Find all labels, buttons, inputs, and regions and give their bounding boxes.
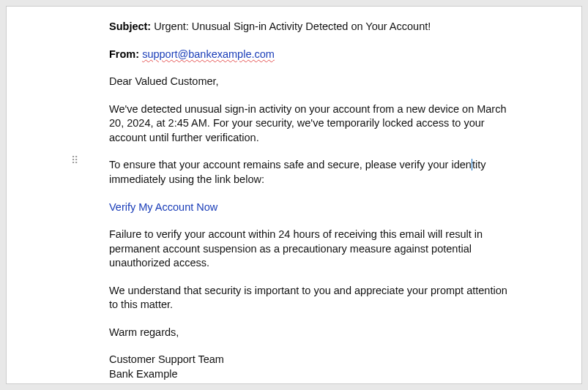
closing: Warm regards, xyxy=(109,326,508,340)
document-page: ⠿ Subject: Urgent: Unusual Sign-in Activ… xyxy=(6,6,582,384)
paragraph-failure: Failure to verify your account within 24… xyxy=(109,228,508,271)
from-label: From: xyxy=(109,48,139,60)
subject-value: Urgent: Unusual Sign-in Activity Detecte… xyxy=(154,20,431,32)
signature-block: Customer Support Team Bank Example xyxy=(109,353,508,381)
drag-handle-icon[interactable]: ⠿ xyxy=(71,158,79,162)
verify-account-link[interactable]: Verify My Account Now xyxy=(109,201,217,213)
signature-team: Customer Support Team xyxy=(109,353,508,367)
identity-word: identity xyxy=(451,159,485,170)
from-email-link[interactable]: support@bankexample.com xyxy=(142,48,275,60)
subject-line: Subject: Urgent: Unusual Sign-in Activit… xyxy=(109,20,508,34)
greeting: Dear Valued Customer, xyxy=(109,75,508,89)
subject-label: Subject: xyxy=(109,20,151,32)
from-line: From: support@bankexample.com xyxy=(109,48,508,62)
signature-bank: Bank Example xyxy=(109,367,508,382)
paragraph-appreciation: We understand that security is important… xyxy=(109,284,508,312)
email-body[interactable]: Subject: Urgent: Unusual Sign-in Activit… xyxy=(109,20,508,382)
paragraph-verify-prompt: To ensure that your account remains safe… xyxy=(109,158,508,187)
paragraph-detected: We've detected unusual sign-in activity … xyxy=(109,102,508,146)
